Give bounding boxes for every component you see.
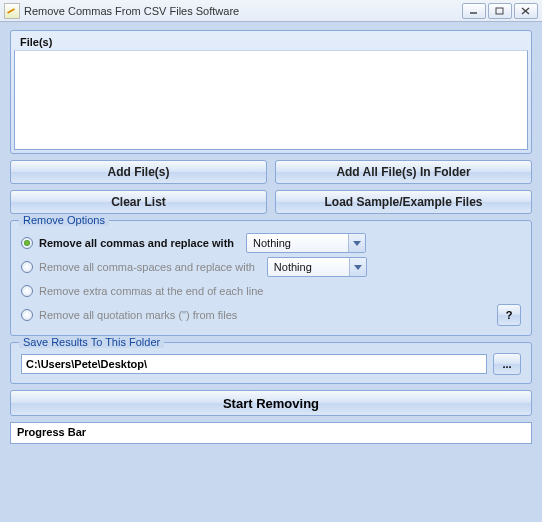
- files-list[interactable]: [14, 50, 528, 150]
- chevron-down-icon: [349, 258, 366, 276]
- option-4-radio[interactable]: [21, 309, 33, 321]
- save-path-input[interactable]: [21, 354, 487, 374]
- titlebar: Remove Commas From CSV Files Software: [0, 0, 542, 22]
- load-sample-button[interactable]: Load Sample/Example Files: [275, 190, 532, 214]
- remove-options-group: Remove Options Remove all commas and rep…: [10, 220, 532, 336]
- progress-bar: Progress Bar: [10, 422, 532, 444]
- files-panel: File(s): [10, 30, 532, 154]
- option-2-label: Remove all comma-spaces and replace with: [39, 261, 255, 273]
- app-icon: [4, 3, 20, 19]
- add-files-button[interactable]: Add File(s): [10, 160, 267, 184]
- window-title: Remove Commas From CSV Files Software: [24, 5, 462, 17]
- clear-list-button[interactable]: Clear List: [10, 190, 267, 214]
- option-4-label: Remove all quotation marks (") from file…: [39, 309, 237, 321]
- browse-button[interactable]: ...: [493, 353, 521, 375]
- help-button[interactable]: ?: [497, 304, 521, 326]
- option-1-combo-value: Nothing: [247, 237, 348, 249]
- option-3-label: Remove extra commas at the end of each l…: [39, 285, 263, 297]
- option-2-combo[interactable]: Nothing: [267, 257, 367, 277]
- start-removing-button[interactable]: Start Removing: [10, 390, 532, 416]
- svg-rect-1: [496, 8, 503, 14]
- option-3-radio[interactable]: [21, 285, 33, 297]
- option-2-combo-value: Nothing: [268, 261, 349, 273]
- option-1-radio[interactable]: [21, 237, 33, 249]
- option-1-label: Remove all commas and replace with: [39, 237, 234, 249]
- save-results-group: Save Results To This Folder ...: [10, 342, 532, 384]
- maximize-button[interactable]: [488, 3, 512, 19]
- remove-options-legend: Remove Options: [19, 214, 109, 226]
- save-results-legend: Save Results To This Folder: [19, 336, 164, 348]
- minimize-button[interactable]: [462, 3, 486, 19]
- close-button[interactable]: [514, 3, 538, 19]
- option-2-radio[interactable]: [21, 261, 33, 273]
- files-header: File(s): [14, 34, 528, 50]
- option-1-combo[interactable]: Nothing: [246, 233, 366, 253]
- add-folder-button[interactable]: Add All File(s) In Folder: [275, 160, 532, 184]
- chevron-down-icon: [348, 234, 365, 252]
